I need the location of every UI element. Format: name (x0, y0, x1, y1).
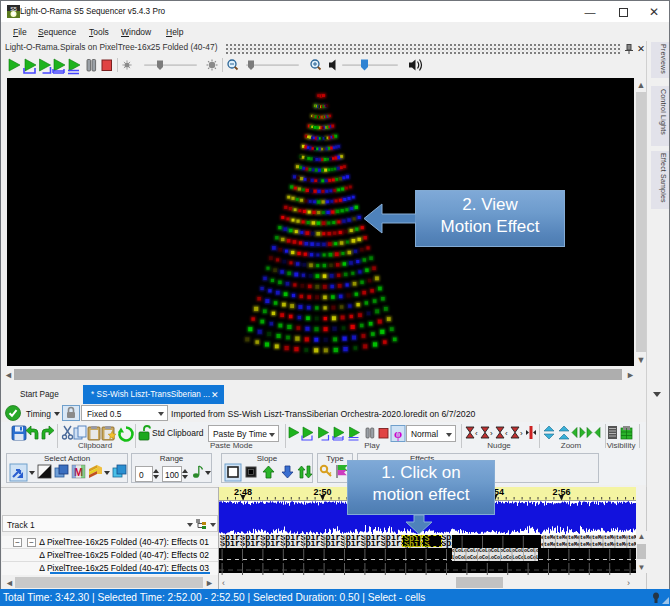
svg-text:Std Clipboard: Std Clipboard (152, 428, 204, 438)
svg-text:Nudge: Nudge (487, 441, 511, 450)
svg-text:S5: S5 (10, 6, 17, 12)
svg-text:Zoom: Zoom (561, 441, 582, 450)
svg-text:Paste Mode: Paste Mode (210, 441, 253, 450)
svg-text:φ: φ (394, 426, 402, 441)
svg-text:›: › (520, 429, 523, 438)
svg-text:Clipboard: Clipboard (78, 441, 112, 450)
svg-text:›: › (490, 429, 493, 438)
svg-text:‹: ‹ (475, 429, 478, 438)
svg-text:Visibility: Visibility (607, 441, 636, 450)
svg-text:Play: Play (364, 441, 380, 450)
svg-text:‹: ‹ (505, 429, 508, 438)
